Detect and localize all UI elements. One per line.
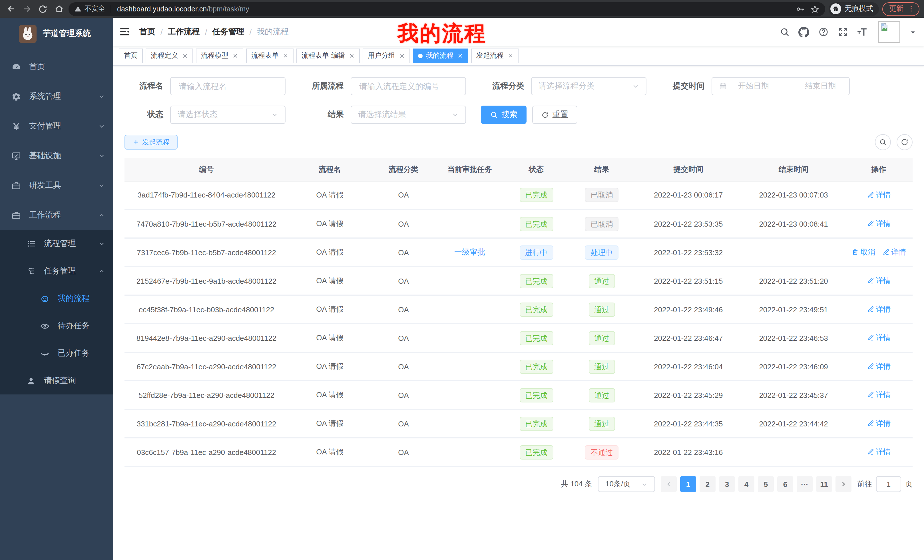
process-definition-input[interactable] [351,77,466,95]
fullscreen-icon[interactable] [837,27,848,37]
detail-link[interactable]: 详情 [867,219,891,229]
app-title: 芋道管理系统 [43,28,91,39]
browser-back-icon[interactable] [4,3,17,15]
page-button-1[interactable]: 1 [680,476,696,492]
goto-page-input[interactable] [876,476,901,492]
end-time: 2022-01-22 23:46:09 [742,352,845,381]
detail-link[interactable]: 详情 [867,333,891,343]
sidebar-item-home[interactable]: 首页 [0,52,113,82]
sidebar-item-system[interactable]: 系统管理 [0,82,113,111]
avatar-caret-icon[interactable] [910,29,916,35]
sidebar-item-process-management[interactable]: 流程管理 [0,230,113,258]
password-key-icon[interactable] [795,4,805,13]
current-task [436,438,503,466]
chevron-down-icon [632,83,639,90]
start-process-button[interactable]: 发起流程 [124,135,178,150]
current-task-link[interactable]: 一级审批 [454,247,485,258]
submit-time: 2022-01-22 23:53:35 [634,210,742,238]
process-category: OA [371,181,436,210]
status-select[interactable]: 请选择状态 [170,106,285,124]
breadcrumb-home[interactable]: 首页 [140,27,155,37]
page-size-select[interactable]: 10条/页 [598,476,655,492]
font-size-icon[interactable] [856,27,867,37]
sidebar-item-workflow[interactable]: 工作流程 [0,201,113,230]
prev-page-button[interactable] [661,476,677,492]
sidebar-item-todo-tasks[interactable]: 待办任务 [0,312,113,340]
close-icon[interactable] [182,52,188,59]
close-icon[interactable] [507,52,513,59]
address-bar[interactable]: 不安全 dashboard.yudao.iocoder.cn/bpm/task/… [69,2,825,16]
next-page-button[interactable] [836,476,852,492]
detail-link[interactable]: 详情 [882,247,906,258]
browser-reload-icon[interactable] [36,3,49,15]
page-button-2[interactable]: 2 [700,476,716,492]
detail-link[interactable]: 详情 [867,361,891,371]
page-button-11[interactable]: 11 [816,476,832,492]
sidebar-item-task-management[interactable]: 任务管理 [0,258,113,285]
close-icon[interactable] [232,52,238,59]
table-row: ec45f38f-7b9a-11ec-b03b-acde48001122 OA … [124,295,913,324]
result-select[interactable]: 请选择流结果 [351,106,466,124]
sidebar-item-my-process[interactable]: 我的流程 [0,285,113,312]
tab-process-model[interactable]: 流程模型 [196,48,243,63]
close-icon[interactable] [457,52,463,59]
sidebar-collapse-icon[interactable] [119,26,131,38]
header-search-icon[interactable] [779,27,790,37]
detail-link[interactable]: 详情 [867,418,891,429]
sidebar-item-leave-query[interactable]: 请假查询 [0,367,113,394]
process-id: 7470a810-7b9b-11ec-b5b7-acde48001122 [124,210,288,238]
process-name: OA 请假 [288,438,371,466]
result-badge: 通过 [588,388,615,402]
page-button-5[interactable]: 5 [758,476,774,492]
page-button-4[interactable]: 4 [738,476,754,492]
browser-home-icon[interactable] [52,3,65,15]
result-badge: 通过 [588,359,615,374]
breadcrumb-workflow[interactable]: 工作流程 [168,27,200,37]
search-button[interactable]: 搜索 [481,106,526,124]
col-id: 编号 [124,158,288,181]
refresh-icon [542,111,549,118]
result-badge: 通过 [588,302,615,316]
refresh-table-button[interactable] [897,134,913,150]
app-logo[interactable]: 芋道管理系统 [0,18,113,49]
close-icon[interactable] [348,52,355,59]
update-chrome-button[interactable]: 更新 [882,2,920,16]
browser-forward-icon[interactable] [21,3,33,15]
page-button-6[interactable]: 6 [777,476,793,492]
sidebar-item-devtools[interactable]: 研发工具 [0,171,113,201]
site-security[interactable]: 不安全 [74,4,105,14]
avatar[interactable] [878,21,900,43]
detail-link[interactable]: 详情 [867,447,891,457]
process-category-select[interactable]: 请选择流程分类 [531,77,646,95]
submit-time: 2022-01-22 23:44:35 [634,409,742,438]
tab-process-form[interactable]: 流程表单 [246,48,294,63]
tab-home[interactable]: 首页 [119,48,143,63]
process-name-input[interactable] [170,77,285,95]
tab-process-definition[interactable]: 流程定义 [146,48,193,63]
close-icon[interactable] [282,52,288,59]
more-pages-button[interactable]: ··· [796,476,813,492]
tab-my-process[interactable]: 我的流程 [413,48,468,63]
reset-button[interactable]: 重置 [532,106,578,124]
tab-process-form-edit[interactable]: 流程表单-编辑 [296,48,360,63]
detail-link[interactable]: 详情 [867,190,891,200]
toggle-search-button[interactable] [875,134,891,150]
kebab-menu-icon[interactable] [908,5,915,13]
submit-time-range-picker[interactable]: 开始日期 - 结束日期 [711,77,850,95]
breadcrumb-task-management[interactable]: 任务管理 [213,27,244,37]
sidebar-item-done-tasks[interactable]: 已办任务 [0,340,113,367]
sidebar-item-payment[interactable]: 支付管理 [0,111,113,141]
page-button-3[interactable]: 3 [719,476,735,492]
close-icon[interactable] [399,52,405,59]
github-icon[interactable] [798,27,809,37]
detail-link[interactable]: 详情 [867,304,891,314]
bookmark-star-icon[interactable] [810,4,819,13]
sidebar-item-infrastructure[interactable]: 基础设施 [0,141,113,171]
tab-start-process[interactable]: 发起流程 [471,48,519,63]
incognito-label: 无痕模式 [844,4,873,14]
detail-link[interactable]: 详情 [867,276,891,286]
cancel-link[interactable]: 取消 [851,247,875,258]
tab-user-group[interactable]: 用户分组 [363,48,410,63]
detail-link[interactable]: 详情 [867,390,891,400]
help-icon[interactable] [818,27,829,37]
